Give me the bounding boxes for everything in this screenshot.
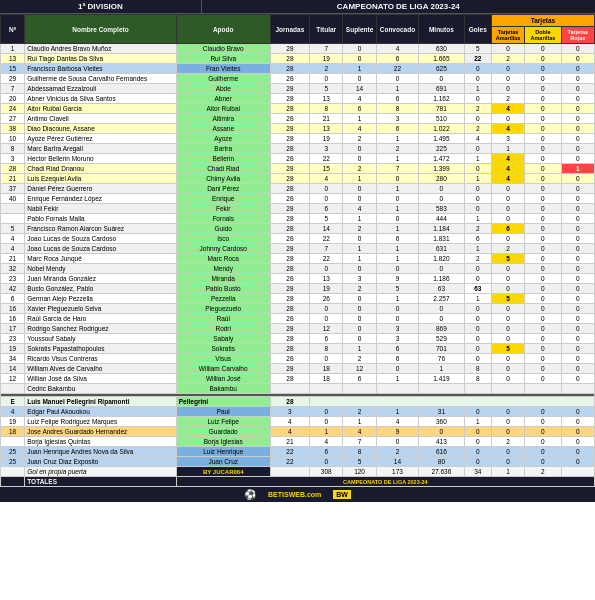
- player-amarillas: 0: [491, 74, 524, 84]
- player-suplente: 0: [343, 334, 376, 344]
- player-doble: 0: [525, 164, 561, 174]
- player-suplente: 0: [343, 184, 376, 194]
- player-doble: [525, 384, 561, 394]
- player-minutos: 360: [419, 417, 464, 427]
- player-goles: 0: [464, 324, 491, 334]
- player-rojas: 0: [561, 174, 594, 184]
- player-rojas: 0: [561, 104, 594, 114]
- player-titular: 13: [310, 94, 343, 104]
- player-titular: 2: [310, 64, 343, 74]
- player-jornadas: 28: [270, 334, 309, 344]
- player-convocado: 6: [376, 54, 418, 64]
- player-convocado: 1: [376, 224, 418, 234]
- player-apodo: Miranda: [176, 274, 270, 284]
- player-n: 6: [1, 294, 25, 304]
- player-doble: 0: [525, 194, 561, 204]
- player-suplente: 2: [343, 284, 376, 294]
- player-apodo: Pleguezuelo: [176, 304, 270, 314]
- player-convocado: 0: [376, 364, 418, 374]
- player-doble: 0: [525, 224, 561, 234]
- player-jornadas: 28: [270, 54, 309, 64]
- gol-titular: 308: [310, 467, 343, 477]
- player-n: 24: [1, 104, 25, 114]
- player-goles: 1: [464, 154, 491, 164]
- totals-label: TOTALES: [25, 477, 177, 487]
- player-titular: 3: [310, 144, 343, 154]
- col-header-doble: Doble Amarillas: [525, 27, 561, 44]
- player-doble: 0: [525, 334, 561, 344]
- player-goles: 1: [464, 214, 491, 224]
- player-jornadas: 28: [270, 354, 309, 364]
- player-rojas: 0: [561, 94, 594, 104]
- player-convocado: [376, 384, 418, 394]
- player-minutos: 616: [419, 447, 464, 457]
- player-rojas: 0: [561, 114, 594, 124]
- player-rojas: 0: [561, 457, 594, 467]
- player-apodo: Pellegrini: [176, 397, 270, 407]
- player-rojas: 0: [561, 194, 594, 204]
- player-titular: 8: [310, 104, 343, 114]
- player-n: 5: [1, 224, 25, 234]
- player-titular: 26: [310, 294, 343, 304]
- player-doble: 0: [525, 254, 561, 264]
- player-suplente: 1: [343, 214, 376, 224]
- player-amarillas: 0: [491, 194, 524, 204]
- player-minutos: 1.022: [419, 124, 464, 134]
- player-name: Abner Vinicius da Silva Santos: [25, 94, 177, 104]
- player-jornadas: 28: [270, 144, 309, 154]
- player-suplente: 0: [343, 74, 376, 84]
- player-doble: 0: [525, 417, 561, 427]
- player-goles: 0: [464, 204, 491, 214]
- player-name: Luis Manuel Pellegrini Ripamonti: [25, 397, 177, 407]
- player-rojas: 0: [561, 234, 594, 244]
- player-suplente: 1: [343, 344, 376, 354]
- player-titular: 0: [310, 74, 343, 84]
- player-minutos: 76: [419, 354, 464, 364]
- player-apodo: Juan Cruz: [176, 457, 270, 467]
- player-jornadas: 28: [270, 184, 309, 194]
- gol-n: [1, 467, 25, 477]
- player-minutos: 280: [419, 174, 464, 184]
- player-suplente: 0: [343, 324, 376, 334]
- player-goles: [464, 384, 491, 394]
- player-goles: 0: [464, 304, 491, 314]
- player-n: [1, 204, 25, 214]
- player-rojas: 0: [561, 314, 594, 324]
- player-n: 29: [1, 74, 25, 84]
- player-n: 4: [1, 234, 25, 244]
- player-apodo: Aitor Ruibal: [176, 104, 270, 114]
- player-jornadas: 28: [270, 397, 309, 407]
- player-jornadas: 28: [270, 164, 309, 174]
- player-jornadas: 22: [270, 447, 309, 457]
- gol-rojas: [561, 467, 594, 477]
- player-minutos: 510: [419, 114, 464, 124]
- player-goles: 0: [464, 184, 491, 194]
- player-minutos: 413: [419, 437, 464, 447]
- col-header-goles: Goles: [464, 15, 491, 44]
- player-suplente: 4: [343, 94, 376, 104]
- player-minutos: 1.665: [419, 54, 464, 64]
- player-suplente: 14: [343, 84, 376, 94]
- player-suplente: 2: [343, 354, 376, 364]
- player-doble: 0: [525, 374, 561, 384]
- player-n: 7: [1, 84, 25, 94]
- player-convocado: 5: [376, 284, 418, 294]
- player-amarillas: 0: [491, 234, 524, 244]
- footer-bar: ⚽ BETISWEB.com BW: [0, 487, 595, 502]
- player-suplente: 4: [343, 124, 376, 134]
- player-apodo: Abde: [176, 84, 270, 94]
- player-apodo: Bartra: [176, 144, 270, 154]
- player-name: Antimo Clavell: [25, 114, 177, 124]
- player-n: 25: [1, 457, 25, 467]
- player-amarillas: 2: [491, 437, 524, 447]
- player-rojas: 0: [561, 334, 594, 344]
- player-doble: 0: [525, 457, 561, 467]
- player-rojas: 0: [561, 84, 594, 94]
- player-convocado: 9: [376, 274, 418, 284]
- player-minutos: 691: [419, 84, 464, 94]
- player-minutos: 31: [419, 407, 464, 417]
- player-name: Nobel Mendy: [25, 264, 177, 274]
- player-rojas: 0: [561, 304, 594, 314]
- player-jornadas: 28: [270, 294, 309, 304]
- player-jornadas: 28: [270, 204, 309, 214]
